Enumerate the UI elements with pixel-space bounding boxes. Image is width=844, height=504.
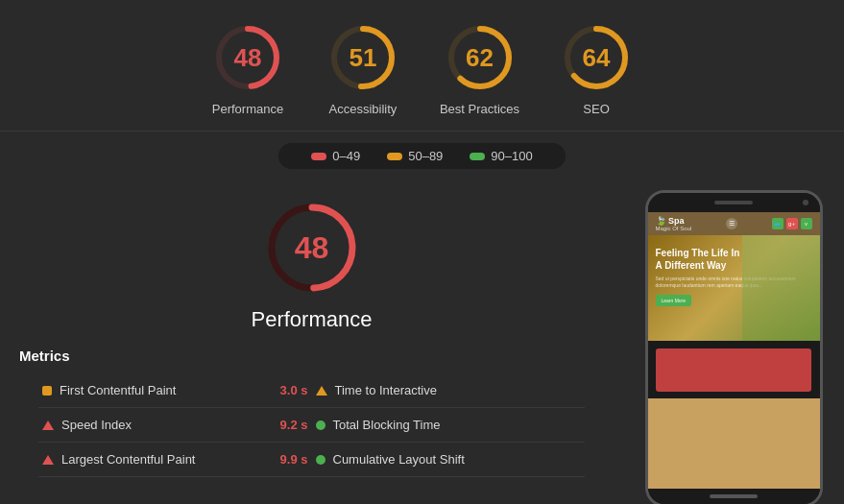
score-label-accessibility: Accessibility bbox=[329, 102, 398, 116]
score-circle-performance: 48 bbox=[209, 19, 286, 96]
score-item-best-practices[interactable]: 62 Best Practices bbox=[440, 19, 519, 116]
metric-value-si: 9.2 s bbox=[280, 418, 308, 432]
score-circle-seo: 64 bbox=[558, 19, 635, 96]
metrics-grid: First Contentful Paint3.0 sTime to Inter… bbox=[38, 373, 585, 477]
metric-row-fcp: First Contentful Paint3.0 s bbox=[38, 373, 312, 408]
legend-bar: 0–49 50–89 90–100 bbox=[278, 143, 565, 169]
phone-mockup: 🍃 Spa Magic Of Soul ☰ 🐦 g+ v Feeling The… bbox=[645, 190, 823, 504]
legend-label: 50–89 bbox=[408, 149, 443, 163]
legend-dot bbox=[470, 153, 485, 160]
metrics-title: Metrics bbox=[19, 348, 585, 364]
metric-row-tti: Time to Interactive bbox=[312, 373, 586, 408]
score-item-performance[interactable]: 48 Performance bbox=[209, 19, 286, 116]
metric-icon-cls bbox=[316, 455, 326, 465]
phone-home-button bbox=[710, 494, 758, 498]
legend-item: 0–49 bbox=[298, 149, 374, 163]
metric-row-tbt: Total Blocking Time bbox=[312, 408, 586, 443]
metric-row-lcp: Largest Contentful Paint9.9 s bbox=[38, 443, 312, 477]
phone-icon-vine: v bbox=[801, 218, 812, 229]
scores-section: 48 Performance 51 Accessibility 62 Best … bbox=[0, 0, 844, 132]
phone-menu-icon: ☰ bbox=[726, 218, 737, 229]
metric-row-si: Speed Index9.2 s bbox=[38, 408, 312, 443]
metric-value-lcp: 9.9 s bbox=[280, 452, 308, 467]
metric-row-cls: Cumulative Layout Shift bbox=[312, 443, 586, 477]
metric-name-tbt: Total Blocking Time bbox=[333, 418, 582, 432]
phone-cta-button[interactable]: Learn More bbox=[656, 295, 692, 306]
metric-name-tti: Time to Interactive bbox=[335, 383, 582, 397]
legend-dot bbox=[387, 153, 402, 160]
main-score-value: 48 bbox=[295, 230, 329, 266]
phone-bottom-bar bbox=[648, 489, 820, 504]
phone-social-icons: 🐦 g+ v bbox=[772, 218, 812, 229]
main-score-circle: 48 bbox=[264, 200, 360, 296]
legend-label: 90–100 bbox=[491, 149, 532, 163]
metric-icon-fcp bbox=[42, 386, 52, 396]
legend-label: 0–49 bbox=[332, 149, 360, 163]
phone-hero-image bbox=[742, 235, 820, 341]
metric-icon-si bbox=[42, 420, 54, 430]
metric-name-si: Speed Index bbox=[61, 418, 273, 432]
score-label-seo: SEO bbox=[583, 102, 609, 116]
legend-dot bbox=[311, 153, 326, 160]
metric-name-fcp: First Contentful Paint bbox=[60, 383, 273, 397]
phone-camera bbox=[803, 200, 808, 205]
left-panel: 48 Performance Metrics First Contentful … bbox=[0, 180, 623, 504]
phone-hero: Feeling The Life In A Different Way Sed … bbox=[648, 235, 820, 341]
metric-value-fcp: 3.0 s bbox=[280, 383, 308, 397]
main-score-label: Performance bbox=[252, 307, 373, 332]
metric-icon-lcp bbox=[42, 455, 54, 465]
phone-screen: 🍃 Spa Magic Of Soul ☰ 🐦 g+ v Feeling The… bbox=[648, 212, 820, 489]
metric-name-lcp: Largest Contentful Paint bbox=[61, 452, 273, 467]
phone-brand: 🍃 Spa Magic Of Soul bbox=[656, 216, 692, 231]
legend-item: 50–89 bbox=[374, 149, 456, 163]
score-circle-best-practices: 62 bbox=[442, 19, 518, 96]
phone-speaker bbox=[714, 201, 753, 204]
metric-icon-tti bbox=[316, 386, 327, 396]
phone-top bbox=[648, 193, 820, 212]
bottom-section: 48 Performance Metrics First Contentful … bbox=[0, 180, 844, 504]
score-label-performance: Performance bbox=[212, 102, 283, 116]
score-item-accessibility[interactable]: 51 Accessibility bbox=[325, 19, 401, 116]
score-label-best-practices: Best Practices bbox=[440, 102, 519, 116]
phone-brand-name: 🍃 Spa bbox=[656, 216, 692, 226]
phone-nav: 🍃 Spa Magic Of Soul ☰ 🐦 g+ v bbox=[648, 212, 820, 235]
score-circle-accessibility: 51 bbox=[325, 19, 401, 96]
metric-name-cls: Cumulative Layout Shift bbox=[333, 452, 582, 467]
metric-icon-tbt bbox=[316, 420, 326, 430]
phone-icon-google: g+ bbox=[786, 218, 798, 229]
phone-brand-sub: Magic Of Soul bbox=[656, 226, 692, 231]
legend-item: 90–100 bbox=[456, 149, 545, 163]
phone-icon-twitter: 🐦 bbox=[772, 218, 784, 229]
phone-bottom-section bbox=[648, 341, 820, 398]
score-item-seo[interactable]: 64 SEO bbox=[558, 19, 635, 116]
phone-bottom-image bbox=[656, 348, 810, 392]
phone-hero-title: Feeling The Life In A Different Way bbox=[656, 247, 742, 272]
right-panel: 🍃 Spa Magic Of Soul ☰ 🐦 g+ v Feeling The… bbox=[623, 180, 844, 504]
